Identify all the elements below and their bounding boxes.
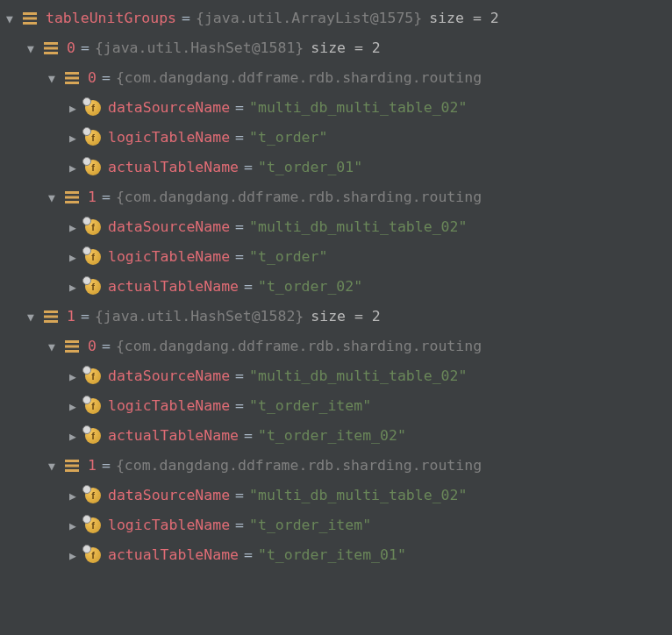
svg-rect-11 — [65, 201, 79, 203]
field-icon: f — [85, 488, 101, 503]
expand-arrow-icon[interactable] — [21, 307, 40, 326]
svg-rect-7 — [65, 77, 79, 80]
field-name: logicTableName — [108, 518, 230, 533]
equals: = — [244, 429, 253, 444]
field-value: "t_order_item_02" — [258, 429, 406, 444]
index-label: 0 — [88, 71, 97, 86]
svg-rect-8 — [65, 82, 79, 84]
expand-arrow-icon[interactable] — [0, 9, 19, 28]
equals: = — [81, 41, 89, 56]
field-icon: f — [85, 517, 101, 533]
equals: = — [235, 250, 244, 265]
field-name: actualTableName — [108, 548, 239, 563]
tree-row-root[interactable]: tableUnitGroups = {java.util.ArrayList@1… — [0, 4, 672, 33]
svg-rect-6 — [65, 72, 79, 75]
equals: = — [235, 101, 244, 116]
expand-arrow-icon[interactable] — [63, 486, 82, 505]
field-name: dataSourceName — [108, 220, 230, 235]
list-icon — [61, 457, 82, 474]
type-info: {com.dangdang.ddframe.rdb.sharding.routi… — [116, 71, 482, 86]
var-name: tableUnitGroups — [46, 11, 176, 26]
field-icon: f — [85, 279, 101, 295]
equals: = — [244, 161, 253, 175]
expand-arrow-icon[interactable] — [63, 516, 82, 535]
expand-arrow-icon[interactable] — [63, 158, 82, 177]
list-icon — [40, 39, 61, 57]
tree-row-field[interactable]: f dataSourceName = "multi_db_multi_table… — [0, 212, 672, 242]
expand-arrow-icon[interactable] — [63, 98, 82, 118]
field-icon: f — [85, 100, 101, 116]
svg-rect-1 — [23, 18, 37, 20]
field-icon: f — [85, 130, 101, 146]
expand-arrow-icon[interactable] — [21, 39, 40, 58]
tree-row-item[interactable]: 0 = {com.dangdang.ddframe.rdb.sharding.r… — [0, 332, 672, 361]
field-icon: f — [85, 160, 101, 175]
expand-arrow-icon[interactable] — [42, 188, 61, 207]
equals: = — [235, 131, 244, 146]
equals: = — [244, 280, 253, 295]
svg-rect-0 — [23, 12, 37, 15]
svg-rect-9 — [65, 191, 79, 194]
type-info: {com.dangdang.ddframe.rdb.sharding.routi… — [116, 190, 482, 205]
expand-arrow-icon[interactable] — [63, 128, 82, 147]
expand-arrow-icon[interactable] — [63, 396, 82, 416]
expand-arrow-icon[interactable] — [63, 426, 82, 446]
tree-row-item[interactable]: 1 = {com.dangdang.ddframe.rdb.sharding.r… — [0, 182, 672, 212]
field-value: "multi_db_multi_table_02" — [249, 101, 467, 116]
equals: = — [235, 489, 244, 503]
expand-arrow-icon[interactable] — [42, 456, 61, 475]
equals: = — [182, 11, 190, 26]
size-label: size = 2 — [429, 11, 498, 26]
field-icon: f — [85, 398, 101, 414]
field-value: "multi_db_multi_table_02" — [249, 489, 467, 503]
equals: = — [102, 71, 111, 86]
tree-row-field[interactable]: f logicTableName = "t_order" — [0, 242, 672, 272]
tree-row-item[interactable]: 1 = {com.dangdang.ddframe.rdb.sharding.r… — [0, 451, 672, 481]
svg-rect-15 — [65, 340, 79, 343]
tree-row-group[interactable]: 0 = {java.util.HashSet@1581} size = 2 — [0, 33, 672, 63]
field-name: actualTableName — [108, 280, 239, 295]
tree-row-group[interactable]: 1 = {java.util.HashSet@1582} size = 2 — [0, 302, 672, 332]
svg-rect-18 — [65, 460, 79, 462]
tree-row-field[interactable]: f actualTableName = "t_order_item_02" — [0, 421, 672, 451]
svg-rect-14 — [44, 320, 58, 323]
tree-row-field[interactable]: f actualTableName = "t_order_01" — [0, 153, 672, 182]
tree-row-field[interactable]: f logicTableName = "t_order_item" — [0, 510, 672, 540]
index-label: 1 — [88, 459, 97, 474]
equals: = — [102, 190, 111, 205]
field-name: actualTableName — [108, 161, 239, 175]
field-name: dataSourceName — [108, 369, 230, 384]
equals: = — [102, 339, 111, 354]
tree-row-field[interactable]: f dataSourceName = "multi_db_multi_table… — [0, 481, 672, 510]
field-value: "multi_db_multi_table_02" — [249, 220, 467, 235]
tree-row-field[interactable]: f actualTableName = "t_order_item_01" — [0, 540, 672, 570]
expand-arrow-icon[interactable] — [63, 218, 82, 237]
expand-arrow-icon[interactable] — [42, 337, 61, 356]
field-value: "t_order_item" — [249, 518, 371, 533]
field-icon: f — [85, 219, 101, 235]
tree-row-field[interactable]: f logicTableName = "t_order_item" — [0, 391, 672, 421]
svg-rect-13 — [44, 316, 58, 318]
equals: = — [81, 310, 89, 325]
field-value: "t_order_item_01" — [258, 548, 406, 563]
field-name: actualTableName — [108, 429, 239, 444]
list-icon — [19, 10, 40, 27]
index-label: 0 — [67, 41, 75, 56]
expand-arrow-icon[interactable] — [42, 68, 61, 88]
field-icon: f — [85, 428, 101, 444]
expand-arrow-icon[interactable] — [63, 247, 82, 267]
tree-row-field[interactable]: f dataSourceName = "multi_db_multi_table… — [0, 361, 672, 391]
expand-arrow-icon[interactable] — [63, 367, 82, 386]
tree-row-field[interactable]: f actualTableName = "t_order_02" — [0, 272, 672, 302]
tree-row-field[interactable]: f logicTableName = "t_order" — [0, 123, 672, 153]
tree-row-item[interactable]: 0 = {com.dangdang.ddframe.rdb.sharding.r… — [0, 63, 672, 93]
field-icon: f — [85, 547, 101, 563]
svg-rect-2 — [23, 22, 37, 25]
type-info: {java.util.ArrayList@1575} — [196, 11, 422, 26]
expand-arrow-icon[interactable] — [63, 546, 82, 565]
svg-rect-12 — [44, 310, 58, 313]
type-info: {java.util.HashSet@1581} — [95, 41, 304, 56]
type-info: {java.util.HashSet@1582} — [95, 310, 304, 325]
tree-row-field[interactable]: f dataSourceName = "multi_db_multi_table… — [0, 93, 672, 123]
expand-arrow-icon[interactable] — [63, 277, 82, 296]
